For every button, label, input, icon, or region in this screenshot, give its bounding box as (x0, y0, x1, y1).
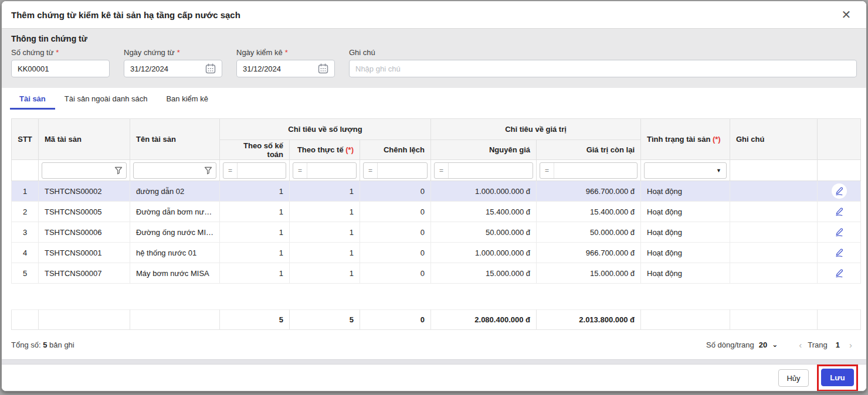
col-header-qty-book: Theo số kế toán (220, 140, 290, 160)
col-header-asset-name: Tên tài sản (130, 119, 220, 160)
equals-operator-icon[interactable]: = (293, 163, 307, 178)
cell-difference: 0 (360, 181, 431, 202)
calendar-icon[interactable] (205, 63, 216, 74)
chevron-down-icon: ▼ (716, 168, 721, 173)
cell-remaining-value: 966.700.000 đ (537, 243, 641, 263)
edit-row-button[interactable] (832, 245, 847, 260)
document-number-input[interactable] (18, 64, 103, 73)
cell-asset-name: hệ thống nước 01 (130, 243, 220, 263)
cell-qty-actual: 1 (290, 222, 360, 243)
note-label: Ghi chú (349, 48, 375, 57)
table-row[interactable]: 5 TSHTCNS00007 Máy bơm nước MISA 1 1 0 1… (12, 263, 861, 284)
cell-difference: 0 (360, 263, 431, 284)
edit-pencil-icon (835, 248, 844, 257)
cell-qty-actual: 1 (290, 181, 360, 202)
required-marker: * (56, 48, 59, 57)
equals-operator-icon[interactable]: = (223, 163, 238, 178)
cell-note (730, 243, 818, 263)
table-row[interactable]: 2 TSHTCNS00005 Đường dẫn bơm nước ... 1 … (12, 202, 861, 222)
cancel-button[interactable]: Hủy (778, 369, 809, 387)
filter-funnel-icon[interactable] (114, 166, 123, 175)
cell-asset-code: TSHTCNS00006 (39, 222, 130, 243)
cell-qty-book: 1 (220, 202, 290, 222)
totals-row: 5 5 0 2.080.400.000 đ 2.013.800.000 đ (12, 310, 861, 330)
document-date-input[interactable] (130, 64, 202, 73)
page-label: Trang (808, 340, 827, 349)
difference-filter-input[interactable]: = (363, 162, 428, 179)
previous-page-icon[interactable]: ‹ (798, 340, 803, 350)
total-remaining-value: 2.013.800.000 đ (537, 310, 641, 330)
edit-row-button[interactable] (832, 224, 847, 240)
add-inventory-document-dialog: Thêm chứng từ kiểm kê tài sản hạ tầng cấ… (1, 1, 867, 391)
cell-stt: 3 (12, 222, 39, 243)
field-document-date: Ngày chứng từ* (124, 48, 222, 77)
next-page-icon[interactable]: › (848, 340, 853, 350)
status-filter-select[interactable]: ▼ (644, 162, 727, 179)
col-header-stt: STT (12, 119, 39, 160)
pagination: Số dòng/trang 20 ⌄ ‹ Trang 1 › (706, 340, 853, 350)
qty-book-filter-input[interactable]: = (223, 162, 286, 179)
required-marker: * (285, 48, 288, 57)
col-header-remaining-value: Giá trị còn lại (537, 140, 641, 160)
cell-qty-book: 1 (220, 243, 290, 263)
dialog-titlebar: Thêm chứng từ kiểm kê tài sản hạ tầng cấ… (2, 1, 866, 28)
qty-actual-filter-input[interactable]: = (293, 162, 357, 179)
asset-table: STT Mã tài sản Tên tài sản Chỉ tiêu về s… (11, 118, 857, 330)
equals-operator-icon[interactable]: = (364, 163, 378, 178)
cell-asset-status: Hoạt động (641, 202, 730, 222)
edit-row-button[interactable] (832, 204, 847, 219)
tab-tai-san[interactable]: Tài sản (10, 88, 55, 110)
cell-qty-actual: 1 (290, 243, 360, 263)
note-input[interactable] (355, 64, 850, 73)
col-group-value: Chỉ tiêu về giá trị (431, 119, 641, 140)
edit-row-button[interactable] (832, 265, 847, 281)
cell-asset-status: Hoạt động (641, 243, 730, 263)
filter-funnel-icon[interactable] (204, 166, 212, 175)
col-header-qty-actual: Theo thực tế (*) (290, 140, 360, 160)
cell-asset-status: Hoạt động (641, 263, 730, 284)
tab-ban-kiem-ke[interactable]: Ban kiểm kê (157, 88, 218, 110)
save-button[interactable]: Lưu (821, 369, 854, 386)
equals-operator-icon[interactable]: = (435, 163, 449, 178)
table-row[interactable]: 4 TSHTCNS00001 hệ thống nước 01 1 1 0 1.… (12, 243, 861, 263)
cell-note (730, 202, 818, 222)
total-qty-book: 5 (220, 310, 290, 330)
cell-asset-code: TSHTCNS00001 (39, 243, 130, 263)
cell-difference: 0 (360, 202, 431, 222)
page-size-select[interactable]: Số dòng/trang 20 ⌄ (706, 340, 778, 349)
cell-note (730, 263, 818, 284)
asset-code-filter-input[interactable] (42, 162, 127, 179)
edit-pencil-icon (835, 207, 844, 216)
asset-name-filter-input[interactable] (133, 162, 216, 179)
cell-qty-book: 1 (220, 222, 290, 243)
col-header-asset-status: Tình trạng tài sản (*) (641, 119, 730, 160)
tab-tai-san-ngoai-danh-sach[interactable]: Tài sản ngoài danh sách (55, 88, 157, 110)
cell-original-cost: 1.000.000.000 đ (431, 243, 537, 263)
cell-qty-actual: 1 (290, 263, 360, 284)
total-qty-actual: 5 (290, 310, 360, 330)
equals-operator-icon[interactable]: = (540, 163, 554, 178)
remaining-value-filter-input[interactable]: = (540, 162, 638, 179)
table-row[interactable]: 3 TSHTCNS00006 Đường ống nước MISA 1 1 0… (12, 222, 861, 243)
calendar-icon[interactable] (318, 63, 328, 74)
col-group-quantity: Chỉ tiêu về số lượng (220, 119, 431, 140)
page-number: 1 (832, 340, 843, 349)
col-header-asset-code: Mã tài sản (39, 119, 130, 160)
edit-row-button[interactable] (832, 183, 847, 199)
cell-asset-code: TSHTCNS00002 (39, 181, 130, 202)
cell-asset-name: Đường dẫn bơm nước ... (130, 202, 220, 222)
cell-note (730, 222, 818, 243)
cell-remaining-value: 966.700.000 đ (537, 181, 641, 202)
cell-asset-name: Đường ống nước MISA (130, 222, 220, 243)
table-row[interactable]: 1 TSHTCNS00002 đường dẫn 02 1 1 0 1.000.… (12, 181, 861, 202)
cell-asset-code: TSHTCNS00005 (39, 202, 130, 222)
close-icon[interactable]: ✕ (838, 6, 855, 23)
edit-pencil-icon (835, 227, 844, 237)
original-cost-filter-input[interactable]: = (434, 162, 533, 179)
field-note: Ghi chú (349, 48, 857, 77)
cell-original-cost: 50.000.000 đ (431, 222, 537, 243)
total-original-cost: 2.080.400.000 đ (431, 310, 537, 330)
inventory-date-label: Ngày kiểm kê (236, 48, 283, 57)
inventory-date-input[interactable] (243, 64, 314, 73)
footer-divider (2, 359, 866, 365)
